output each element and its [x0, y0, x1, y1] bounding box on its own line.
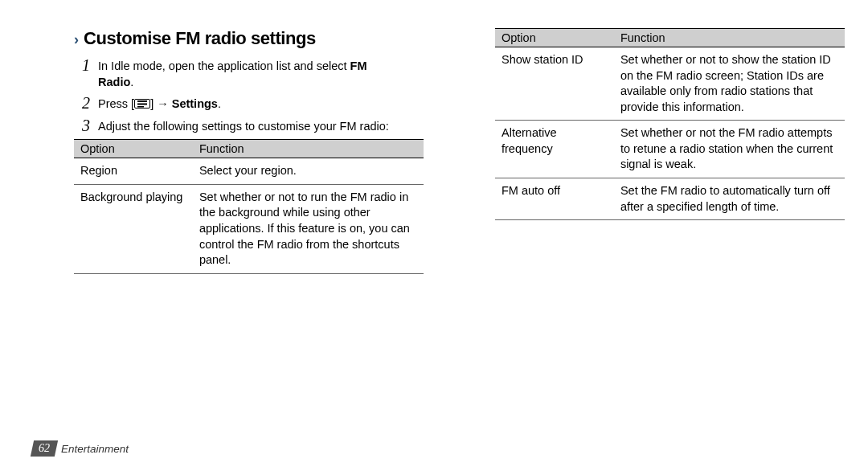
th-function: Function	[193, 140, 424, 158]
th-option: Option	[495, 29, 614, 47]
step-number: 2	[74, 95, 90, 113]
step-text: Press [] → Settings.	[98, 95, 424, 113]
step-2-text-a: Press [	[98, 97, 134, 110]
step-text: In Idle mode, open the application list …	[98, 57, 424, 90]
left-column: › Customise FM radio settings 1 In Idle …	[74, 28, 424, 274]
th-option: Option	[74, 140, 193, 158]
step-number: 1	[74, 57, 90, 90]
step-2: 2 Press [] → Settings.	[74, 95, 424, 113]
cell-option: Alternative frequency	[495, 121, 614, 178]
section-heading: › Customise FM radio settings	[74, 28, 424, 49]
cell-function: Select your region.	[193, 158, 424, 185]
step-2-text-b: ] →	[150, 97, 172, 110]
step-1-text-c: .	[130, 76, 133, 88]
heading-text: Customise FM radio settings	[84, 28, 316, 49]
step-1: 1 In Idle mode, open the application lis…	[74, 57, 424, 90]
table-row: Background playing Set whether or not to…	[74, 184, 424, 273]
options-table-left: Option Function Region Select your regio…	[74, 139, 424, 273]
cell-option: FM auto off	[495, 178, 614, 219]
step-1-bold-fm: FM	[350, 59, 367, 72]
svg-rect-0	[137, 100, 147, 102]
right-column: Option Function Show station ID Set whet…	[495, 28, 845, 220]
step-2-text-c: .	[218, 97, 221, 110]
cell-function: Set the FM radio to automatically turn o…	[614, 178, 845, 219]
step-1-bold-radio: Radio	[98, 76, 130, 88]
menu-key-icon	[134, 99, 150, 109]
table-header-row: Option Function	[74, 140, 424, 158]
cell-function: Set whether or not the FM radio attempts…	[614, 121, 845, 178]
step-1-text-a: In Idle mode, open the application list …	[98, 59, 350, 72]
cell-function: Set whether or not to run the FM radio i…	[193, 184, 424, 273]
table-row: Show station ID Set whether or not to sh…	[495, 47, 845, 121]
step-2-bold: Settings	[172, 97, 218, 110]
step-number: 3	[74, 117, 90, 135]
table-header-row: Option Function	[495, 29, 845, 47]
page-root: › Customise FM radio settings 1 In Idle …	[0, 0, 868, 471]
section-label: Entertainment	[61, 443, 129, 455]
options-table-right: Option Function Show station ID Set whet…	[495, 28, 845, 220]
cell-option: Region	[74, 158, 193, 185]
chevron-right-icon: ›	[74, 32, 79, 47]
table-row: Alternative frequency Set whether or not…	[495, 121, 845, 178]
table-row: Region Select your region.	[74, 158, 424, 185]
svg-rect-2	[137, 106, 144, 108]
step-3: 3 Adjust the following settings to custo…	[74, 117, 424, 135]
svg-rect-1	[137, 104, 147, 105]
cell-option: Show station ID	[495, 47, 614, 121]
cell-function: Set whether or not to show the station I…	[614, 47, 845, 121]
page-number-badge: 62	[31, 440, 58, 457]
step-3-text: Adjust the following settings to customi…	[98, 117, 424, 135]
cell-option: Background playing	[74, 184, 193, 273]
table-row: FM auto off Set the FM radio to automati…	[495, 178, 845, 219]
page-number: 62	[39, 442, 50, 455]
th-function: Function	[614, 29, 845, 47]
page-footer: 62 Entertainment	[32, 440, 129, 457]
